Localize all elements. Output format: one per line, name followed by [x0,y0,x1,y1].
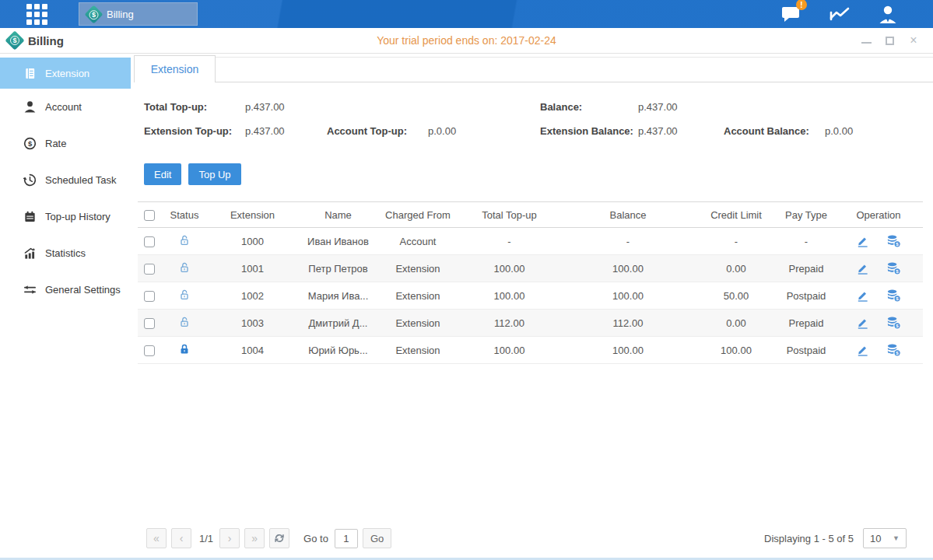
sidebar-item-account[interactable]: Account [0,89,131,125]
total-topup-label: Total Top-up: [144,95,245,119]
cell-total-topup: - [457,228,562,255]
balance-value: p.437.00 [638,95,678,119]
cell-charged-from: Extension [379,310,457,337]
cell-pay-type: Prepaid [778,255,834,282]
last-page-button[interactable]: » [244,528,265,548]
cell-pay-type: - [778,228,834,255]
balance-label: Balance: [540,95,638,119]
window-controls: × [861,35,919,46]
topup-icon[interactable]: $ [886,289,901,303]
cell-extension: 1002 [208,282,297,310]
cell-pay-type: Prepaid [778,310,834,337]
topup-icon[interactable]: $ [886,316,901,330]
cell-balance: - [562,228,694,255]
table-row: 1002 Мария Ива... Extension 100.00 100.0… [138,282,923,310]
main-content: Extension Total Top-up:p.437.00 Extensio… [131,54,933,558]
page-indicator: 1/1 [199,533,213,544]
col-name: Name [297,202,379,228]
sidebar: Extension Account $ Rate [0,54,131,558]
sidebar-item-label: Top-up History [45,211,110,222]
reports-button[interactable] [826,2,854,26]
page-size-select[interactable]: 10 ▼ [863,528,907,548]
clock-history-icon [23,173,37,187]
close-icon[interactable]: × [908,35,919,46]
page-size-value: 10 [870,533,881,544]
app-grid-icon[interactable] [26,4,47,25]
billing-app-window: $ Billing ! [0,0,933,560]
row-checkbox[interactable] [144,345,155,356]
cell-credit-limit: - [694,228,778,255]
select-all-checkbox[interactable] [144,210,155,221]
displaying-text: Displaying 1 - 5 of 5 [764,533,854,544]
maximize-icon[interactable] [886,37,894,45]
topup-icon[interactable]: $ [886,261,901,275]
first-page-button[interactable]: « [146,528,167,548]
cell-pay-type: Postpaid [778,337,834,364]
go-button[interactable]: Go [363,528,391,548]
topup-icon[interactable]: $ [886,234,901,248]
sidebar-item-topup-history[interactable]: Top-up History [0,198,131,235]
sidebar-item-label: Account [45,101,82,113]
minimize-icon[interactable] [861,37,872,44]
cell-total-topup: 100.00 [457,282,562,310]
taskbar-billing-tab[interactable]: $ Billing [79,2,198,26]
cell-balance: 112.00 [562,310,694,337]
edit-icon[interactable] [856,317,869,330]
cell-charged-from: Extension [379,255,457,282]
account-balance-value: p.0.00 [825,119,853,143]
edit-button[interactable]: Edit [144,163,181,185]
account-balance-label: Account Balance: [724,119,825,143]
chart-growth-icon [23,247,37,260]
notifications-button[interactable]: ! [777,2,805,26]
row-checkbox[interactable] [144,264,155,275]
table-header-row: Status Extension Name Charged From Total… [138,202,923,228]
refresh-button[interactable] [269,528,289,548]
table-row: 1000 Иван Иванов Account - - - - [138,228,923,255]
extension-topup-value: p.437.00 [245,119,327,143]
topup-button[interactable]: Top Up [188,163,240,185]
cell-credit-limit: 100.00 [694,337,778,364]
edit-icon[interactable] [856,289,869,303]
goto-page-input[interactable] [335,529,358,548]
status-unlocked-icon[interactable] [178,316,191,328]
account-topup-label: Account Top-up: [327,119,428,143]
trial-notice: Your trial period ends on: 2017-02-24 [0,34,933,47]
cell-charged-from: Extension [379,282,457,310]
sidebar-item-general-settings[interactable]: General Settings [0,271,131,308]
topup-icon[interactable]: $ [886,343,901,357]
sidebar-item-label: Extension [45,68,89,79]
edit-icon[interactable] [856,262,869,275]
sidebar-item-extension[interactable]: Extension [0,58,131,89]
row-checkbox[interactable] [144,236,155,247]
cell-balance: 100.00 [562,337,694,364]
svg-text:$: $ [28,139,33,148]
row-checkbox[interactable] [144,291,155,302]
svg-text:$: $ [896,296,899,301]
cell-extension: 1000 [208,228,297,255]
window-titlebar: $ Billing Your trial period ends on: 201… [0,28,933,54]
total-topup-value: p.437.00 [245,95,285,119]
status-locked-icon[interactable] [178,343,191,355]
sidebar-item-statistics[interactable]: Statistics [0,235,131,271]
cell-extension: 1003 [208,310,297,337]
edit-icon[interactable] [856,344,869,357]
sidebar-item-scheduled-task[interactable]: Scheduled Task [0,162,131,198]
cell-charged-from: Account [379,228,457,255]
table-row: 1001 Петр Петров Extension 100.00 100.00… [138,255,923,282]
status-unlocked-icon[interactable] [178,289,191,301]
account-menu-button[interactable] [874,2,902,26]
col-charged-from: Charged From [379,202,457,228]
topbar-actions: ! [777,2,902,26]
sliders-icon [23,283,37,296]
col-balance: Balance [562,202,694,228]
sidebar-item-rate[interactable]: $ Rate [0,125,131,162]
next-page-button[interactable]: › [219,528,240,548]
tab-extension[interactable]: Extension [134,55,216,82]
edit-icon[interactable] [856,235,869,248]
cell-total-topup: 100.00 [457,255,562,282]
status-unlocked-icon[interactable] [178,234,191,247]
status-unlocked-icon[interactable] [178,261,191,274]
prev-page-button[interactable]: ‹ [171,528,191,548]
svg-text:$: $ [896,350,899,355]
row-checkbox[interactable] [144,318,155,329]
